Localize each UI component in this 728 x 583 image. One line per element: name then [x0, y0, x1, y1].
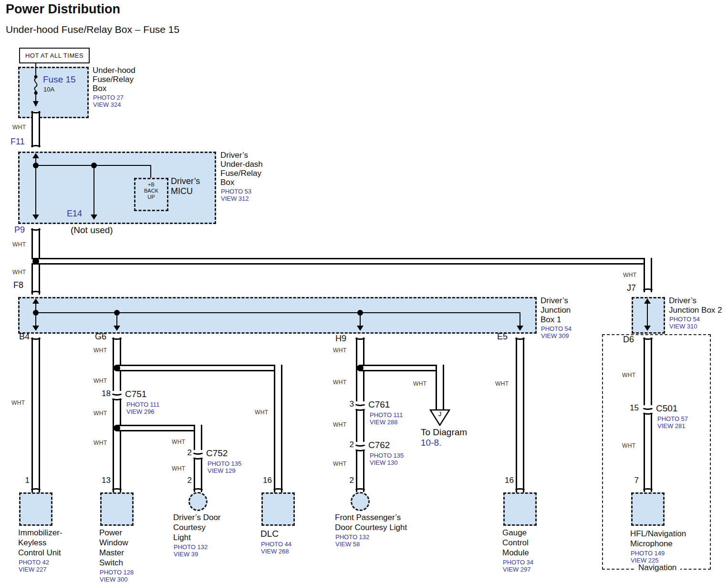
wire-color-label: WHT — [622, 442, 636, 449]
ddcl-photo-ref[interactable]: PHOTO 132 — [174, 543, 208, 551]
dlc-view-ref[interactable]: VIEW 268 — [261, 548, 289, 555]
hfl-view-ref[interactable]: VIEW 225 — [631, 557, 659, 564]
wire-color-label: WHT — [11, 399, 25, 406]
underdash-photo-ref[interactable]: PHOTO 53 — [221, 188, 251, 195]
jb2-photo-ref[interactable]: PHOTO 54 — [669, 316, 700, 323]
hfl-photo-ref[interactable]: PHOTO 149 — [631, 550, 665, 557]
connector-id-h9: H9 — [335, 334, 346, 344]
underdash-label-3: Fuse/Relay — [220, 169, 261, 178]
underdash-micu-drop — [150, 165, 151, 178]
c761-photo-ref[interactable]: PHOTO 111 — [370, 411, 403, 419]
wire-color-label: WHT — [12, 124, 26, 131]
c752-photo-ref[interactable]: PHOTO 135 — [208, 460, 241, 467]
wire-c752-lower — [194, 459, 202, 492]
wire-h9-lower — [356, 450, 364, 492]
connector-id-b4: B4 — [19, 332, 30, 342]
ddcl-view-ref[interactable]: VIEW 39 — [174, 551, 198, 558]
underdash-view-ref[interactable]: VIEW 312 — [221, 195, 249, 202]
wire-color-label: WHT — [94, 347, 107, 354]
wire-color-label: WHT — [94, 440, 107, 446]
hot-at-all-times-label: HOT AT ALL TIMES — [25, 52, 83, 59]
arrow-down-icon — [91, 215, 97, 220]
junction-box-1 — [18, 297, 537, 334]
underhood-label-2: Fuse/Relay — [93, 75, 134, 84]
fuse-icon — [29, 67, 43, 107]
connector-name-c501: C501 — [656, 403, 677, 414]
c501-view-ref[interactable]: VIEW 281 — [657, 422, 686, 430]
c762-photo-ref[interactable]: PHOTO 135 — [370, 452, 404, 459]
wire-to-diagram-drop — [436, 365, 444, 410]
immobilizer-view-ref[interactable]: VIEW 227 — [19, 566, 47, 573]
wire-cap — [642, 288, 654, 294]
junction-dot — [114, 310, 120, 316]
wire-color-label: WHT — [413, 380, 427, 387]
backup-label-3: UP — [134, 194, 168, 200]
wire-branch-to-diagram — [361, 365, 444, 371]
c751-view-ref[interactable]: VIEW 296 — [126, 408, 155, 415]
wire-b4 — [31, 338, 40, 492]
to-diagram-ref[interactable]: 10-8. — [421, 438, 441, 448]
c762-view-ref[interactable]: VIEW 130 — [370, 459, 398, 466]
jb1-label-2: Junction — [541, 306, 571, 315]
hfl-label-2: Microphone — [630, 539, 673, 549]
pwms-label-3: Master — [99, 548, 124, 558]
underhood-photo-ref[interactable]: PHOTO 27 — [93, 94, 124, 101]
inline-connector-icon — [354, 405, 366, 411]
c751-photo-ref[interactable]: PHOTO 111 — [126, 401, 159, 408]
pin-number: 13 — [98, 476, 111, 485]
wire-cap — [354, 488, 366, 494]
c761-view-ref[interactable]: VIEW 288 — [370, 419, 398, 426]
page-subtitle: Under-hood Fuse/Relay Box – Fuse 15 — [6, 24, 179, 35]
c752-view-ref[interactable]: VIEW 129 — [208, 467, 236, 474]
hfl-navigation-microphone-box — [631, 492, 665, 526]
gcm-view-ref[interactable]: VIEW 297 — [503, 566, 531, 573]
pin-number: 7 — [626, 476, 639, 485]
connector-id-g6: G6 — [95, 332, 106, 342]
micu-label-2: MICU — [171, 186, 193, 196]
ddcl-label-1: Driver’s Door — [173, 513, 221, 522]
connector-name-c762: C762 — [368, 440, 390, 450]
wire-color-label: WHT — [333, 421, 347, 428]
jb1-view-ref[interactable]: VIEW 309 — [541, 332, 569, 339]
pin-number: 2 — [342, 440, 354, 450]
wire-color-label: WHT — [12, 269, 26, 276]
connector-name-c761: C761 — [368, 399, 390, 410]
passenger-door-courtesy-light-symbol — [351, 492, 370, 511]
wire-main-feed — [31, 258, 649, 265]
pin-number: 2 — [179, 476, 192, 485]
page-title: Power Distribution — [6, 2, 120, 17]
wire-color-label: WHT — [333, 379, 347, 386]
c501-photo-ref[interactable]: PHOTO 57 — [657, 415, 688, 422]
wire-cap — [642, 334, 654, 340]
gcm-photo-ref[interactable]: PHOTO 34 — [503, 559, 533, 566]
wire-cap — [30, 145, 42, 151]
backup-label-2: BACK — [134, 188, 168, 194]
wire-color-label: WHT — [333, 460, 347, 467]
immobilizer-photo-ref[interactable]: PHOTO 42 — [19, 559, 49, 566]
underhood-label-1: Under-hood — [93, 66, 135, 75]
pin-number: 16 — [260, 476, 272, 485]
wire-cap — [111, 488, 123, 494]
jb1-e5-drop — [520, 312, 520, 326]
fpdcl-photo-ref[interactable]: PHOTO 132 — [335, 533, 369, 541]
connector-name-c751: C751 — [125, 389, 146, 399]
junction-dot — [357, 310, 363, 316]
dlc-box — [261, 492, 295, 526]
wire-color-label: WHT — [94, 410, 107, 417]
power-window-switch-box — [100, 492, 134, 526]
underhood-view-ref[interactable]: VIEW 324 — [93, 101, 121, 108]
junction-dot — [114, 365, 120, 371]
off-page-connector-icon: J — [429, 409, 450, 426]
ddcl-label-3: Light — [173, 533, 191, 542]
pin-number: 3 — [342, 399, 354, 409]
jb1-photo-ref[interactable]: PHOTO 54 — [541, 325, 572, 332]
wire-e5 — [516, 338, 524, 492]
pwms-photo-ref[interactable]: PHOTO 128 — [100, 569, 134, 576]
arrow-up-icon — [32, 153, 39, 158]
jb2-view-ref[interactable]: VIEW 310 — [669, 323, 697, 330]
pwms-view-ref[interactable]: VIEW 300 — [100, 576, 128, 583]
wire-cap — [514, 488, 526, 494]
fpdcl-view-ref[interactable]: VIEW 58 — [335, 541, 360, 548]
dlc-photo-ref[interactable]: PHOTO 44 — [261, 541, 291, 548]
underhood-label-3: Box — [93, 84, 106, 93]
